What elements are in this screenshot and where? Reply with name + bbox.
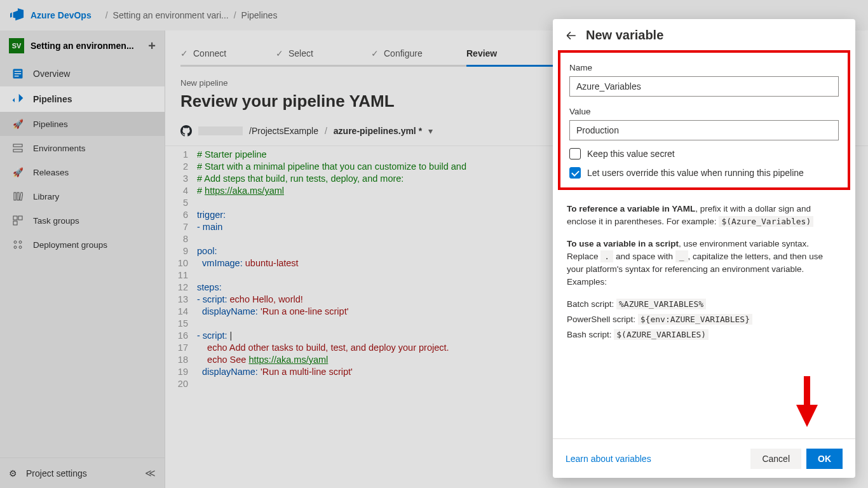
name-input[interactable] xyxy=(569,76,839,97)
checkbox-unchecked-icon[interactable] xyxy=(569,148,581,159)
back-arrow-icon[interactable] xyxy=(566,30,577,41)
panel-title: New variable xyxy=(586,28,663,43)
name-label: Name xyxy=(569,63,839,72)
annotation-arrow-icon xyxy=(794,376,820,427)
ok-button[interactable]: OK xyxy=(806,449,843,469)
value-label: Value xyxy=(569,107,839,116)
new-variable-panel: New variable Name Value Keep this value … xyxy=(553,19,855,478)
value-input[interactable] xyxy=(569,120,839,140)
cancel-button[interactable]: Cancel xyxy=(750,449,801,469)
panel-footer: Learn about variables Cancel OK xyxy=(553,438,855,478)
checkbox-checked-icon[interactable] xyxy=(569,167,581,179)
secret-checkbox-row[interactable]: Keep this value secret xyxy=(569,148,839,159)
override-checkbox-row[interactable]: Let users override this value when runni… xyxy=(569,167,839,179)
help-text: To reference a variable in YAML, prefix … xyxy=(553,191,855,362)
form-highlight: Name Value Keep this value secret Let us… xyxy=(558,50,850,190)
learn-link[interactable]: Learn about variables xyxy=(566,454,651,464)
